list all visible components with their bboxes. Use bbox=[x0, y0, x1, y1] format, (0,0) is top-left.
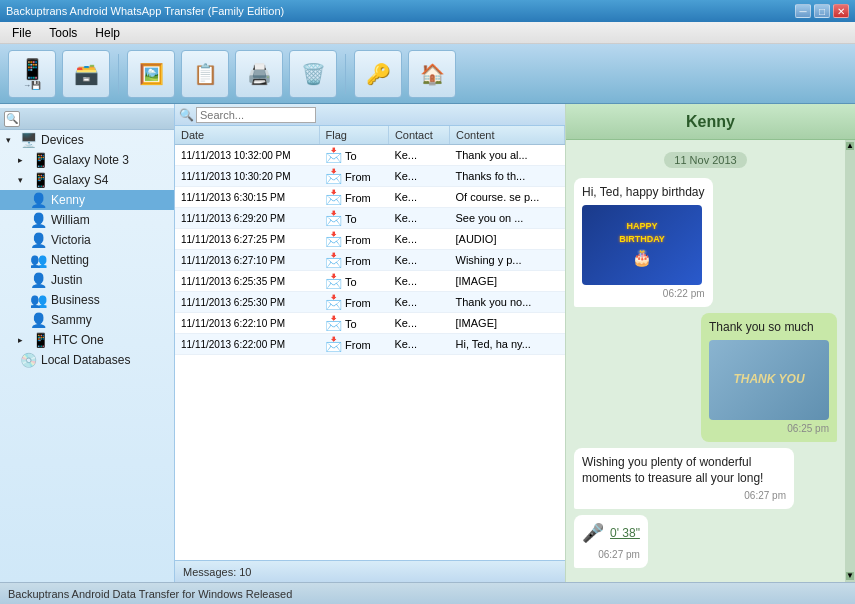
scroll-down[interactable]: ▼ bbox=[846, 572, 854, 580]
db-icon: 🗃️ bbox=[74, 62, 99, 86]
table-row[interactable]: 11/11/2013 6:25:35 PM 📩 To Ke... [IMAGE] bbox=[175, 271, 565, 292]
menu-file[interactable]: File bbox=[4, 24, 39, 42]
cell-flag: 📩 From bbox=[319, 187, 388, 208]
key-icon: 🔑 bbox=[366, 62, 391, 86]
date-badge: 11 Nov 2013 bbox=[664, 152, 746, 168]
cell-content: Thank you no... bbox=[450, 292, 565, 313]
menu-tools[interactable]: Tools bbox=[41, 24, 85, 42]
cell-flag: 📩 To bbox=[319, 313, 388, 334]
cell-content: [AUDIO] bbox=[450, 229, 565, 250]
phone-icon: 📱 bbox=[32, 332, 49, 348]
delete-button[interactable]: 🗑️ bbox=[289, 50, 337, 98]
message-text: Thank you so much bbox=[709, 319, 829, 336]
sidebar-item-business[interactable]: 👥 Business bbox=[0, 290, 174, 310]
copy-button[interactable]: 📋 bbox=[181, 50, 229, 98]
cell-contact: Ke... bbox=[388, 229, 449, 250]
cell-flag: 📩 From bbox=[319, 334, 388, 355]
message-3: Wishing you plenty of wonderful moments … bbox=[574, 448, 794, 510]
cell-content: Thank you al... bbox=[450, 145, 565, 166]
col-contact[interactable]: Contact bbox=[388, 126, 449, 145]
android-button[interactable]: 📱 →💾 bbox=[8, 50, 56, 98]
photo-icon: 🖼️ bbox=[139, 62, 164, 86]
col-flag[interactable]: Flag bbox=[319, 126, 388, 145]
phone-icon: 📱 bbox=[32, 152, 49, 168]
expand-arrow: ▾ bbox=[6, 135, 16, 145]
message-4: 🎤 0' 38" 06:27 pm bbox=[574, 515, 648, 568]
table-row[interactable]: 11/11/2013 6:22:00 PM 📩 From Ke... Hi, T… bbox=[175, 334, 565, 355]
col-content[interactable]: Content bbox=[450, 126, 565, 145]
table-row[interactable]: 11/11/2013 10:32:00 PM 📩 To Ke... Thank … bbox=[175, 145, 565, 166]
thankyou-image: THANK YOU bbox=[709, 340, 829, 420]
sidebar-item-sammy[interactable]: 👤 Sammy bbox=[0, 310, 174, 330]
maximize-button[interactable]: □ bbox=[814, 4, 830, 18]
victoria-label: Victoria bbox=[51, 233, 91, 247]
local-db-label: Local Databases bbox=[41, 353, 130, 367]
table-row[interactable]: 11/11/2013 6:30:15 PM 📩 From Ke... Of co… bbox=[175, 187, 565, 208]
table-row[interactable]: 11/11/2013 6:22:10 PM 📩 To Ke... [IMAGE] bbox=[175, 313, 565, 334]
trash-icon: 🗑️ bbox=[301, 62, 326, 86]
cell-flag: 📩 From bbox=[319, 229, 388, 250]
table-row[interactable]: 11/11/2013 10:30:20 PM 📩 From Ke... Than… bbox=[175, 166, 565, 187]
cell-content: Wishing y p... bbox=[450, 250, 565, 271]
cell-flag: 📩 From bbox=[319, 166, 388, 187]
cell-contact: Ke... bbox=[388, 334, 449, 355]
sammy-label: Sammy bbox=[51, 313, 92, 327]
netting-label: Netting bbox=[51, 253, 89, 267]
col-date[interactable]: Date bbox=[175, 126, 319, 145]
search-icon: 🔍 bbox=[179, 108, 194, 122]
cell-content: [IMAGE] bbox=[450, 313, 565, 334]
cell-content: See you on ... bbox=[450, 208, 565, 229]
sidebar-item-justin[interactable]: 👤 Justin bbox=[0, 270, 174, 290]
cell-date: 11/11/2013 6:30:15 PM bbox=[175, 187, 319, 208]
table-row[interactable]: 11/11/2013 6:27:25 PM 📩 From Ke... [AUDI… bbox=[175, 229, 565, 250]
table-row[interactable]: 11/11/2013 6:27:10 PM 📩 From Ke... Wishi… bbox=[175, 250, 565, 271]
print-button[interactable]: 🖨️ bbox=[235, 50, 283, 98]
message-time: 06:27 pm bbox=[582, 548, 640, 562]
backup-button[interactable]: 🗃️ bbox=[62, 50, 110, 98]
middle-search-bar: 🔍 bbox=[175, 104, 565, 126]
middle-panel: 🔍 Date Flag Contact Content 11/11/2013 1… bbox=[175, 104, 565, 582]
cell-flag: 📩 From bbox=[319, 250, 388, 271]
table-row[interactable]: 11/11/2013 6:29:20 PM 📩 To Ke... See you… bbox=[175, 208, 565, 229]
cell-date: 11/11/2013 6:29:20 PM bbox=[175, 208, 319, 229]
menu-help[interactable]: Help bbox=[87, 24, 128, 42]
sidebar-item-kenny[interactable]: 👤 Kenny bbox=[0, 190, 174, 210]
cell-flag: 📩 To bbox=[319, 208, 388, 229]
minimize-button[interactable]: ─ bbox=[795, 4, 811, 18]
cell-contact: Ke... bbox=[388, 271, 449, 292]
message-search-input[interactable] bbox=[196, 107, 316, 123]
table-row[interactable]: 11/11/2013 6:25:30 PM 📩 From Ke... Thank… bbox=[175, 292, 565, 313]
sidebar-item-devices[interactable]: ▾ 🖥️ Devices bbox=[0, 130, 174, 150]
sidebar-item-netting[interactable]: 👥 Netting bbox=[0, 250, 174, 270]
chat-scrollbar[interactable]: ▲ ▼ bbox=[845, 140, 855, 582]
sidebar-item-victoria[interactable]: 👤 Victoria bbox=[0, 230, 174, 250]
sidebar-search-icon[interactable]: 🔍 bbox=[4, 111, 20, 127]
message-count-bar: Messages: 10 bbox=[175, 560, 565, 582]
cell-flag: 📩 To bbox=[319, 145, 388, 166]
home-button[interactable]: 🏠 bbox=[408, 50, 456, 98]
home-icon: 🏠 bbox=[420, 62, 445, 86]
cell-date: 11/11/2013 6:22:10 PM bbox=[175, 313, 319, 334]
close-button[interactable]: ✕ bbox=[833, 4, 849, 18]
copy-icon: 📋 bbox=[193, 62, 218, 86]
sidebar-item-htcone[interactable]: ▸ 📱 HTC One bbox=[0, 330, 174, 350]
media-button[interactable]: 🖼️ bbox=[127, 50, 175, 98]
expand-arrow: ▸ bbox=[18, 155, 28, 165]
sidebar-item-galaxy-s4[interactable]: ▾ 📱 Galaxy S4 bbox=[0, 170, 174, 190]
message-time: 06:25 pm bbox=[709, 422, 829, 436]
key-button[interactable]: 🔑 bbox=[354, 50, 402, 98]
cell-date: 11/11/2013 10:32:00 PM bbox=[175, 145, 319, 166]
cell-contact: Ke... bbox=[388, 292, 449, 313]
htcone-label: HTC One bbox=[53, 333, 104, 347]
sidebar-item-william[interactable]: 👤 William bbox=[0, 210, 174, 230]
chat-messages[interactable]: 11 Nov 2013 Hi, Ted, happy birthday HAPP… bbox=[566, 140, 845, 582]
sidebar-item-local-db[interactable]: 💿 Local Databases bbox=[0, 350, 174, 370]
message-text: Hi, Ted, happy birthday bbox=[582, 184, 705, 201]
sidebar-item-galaxy-note3[interactable]: ▸ 📱 Galaxy Note 3 bbox=[0, 150, 174, 170]
print-icon: 🖨️ bbox=[247, 62, 272, 86]
sidebar: 🔍 ▾ 🖥️ Devices ▸ 📱 Galaxy Note 3 ▾ 📱 Gal… bbox=[0, 104, 175, 582]
microphone-icon: 🎤 bbox=[582, 521, 604, 546]
contact-icon: 👤 bbox=[30, 192, 47, 208]
scroll-up[interactable]: ▲ bbox=[846, 142, 854, 150]
toolbar-sep1 bbox=[118, 54, 119, 94]
